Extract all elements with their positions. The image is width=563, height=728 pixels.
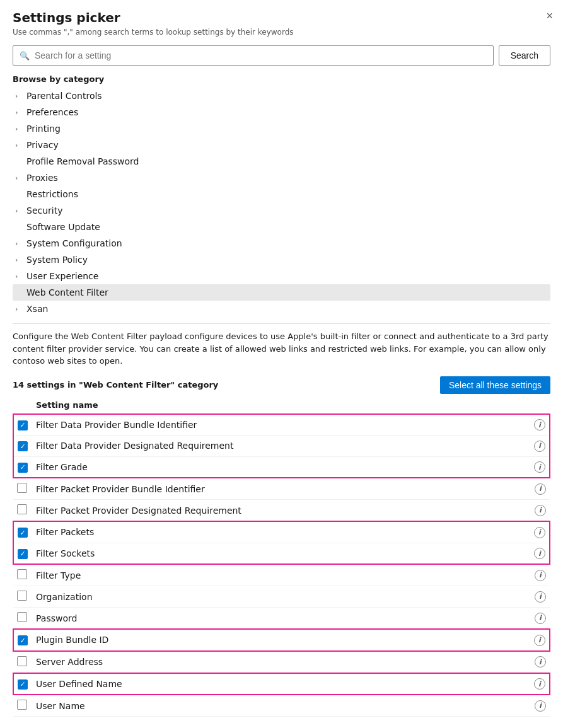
table-row[interactable]: Filter Packetsi bbox=[13, 521, 550, 543]
info-icon[interactable]: i bbox=[534, 461, 545, 473]
setting-label: Filter Grade bbox=[36, 462, 88, 472]
info-icon[interactable]: i bbox=[535, 656, 546, 667]
checkbox-filter-type[interactable] bbox=[17, 569, 27, 579]
checkbox-filter-data-provider-bundle-id[interactable] bbox=[18, 420, 28, 430]
table-row[interactable]: Filter Socketsi bbox=[13, 543, 550, 564]
setting-label: Filter Data Provider Bundle Identifier bbox=[36, 420, 197, 430]
info-icon[interactable]: i bbox=[534, 548, 545, 559]
info-icon[interactable]: i bbox=[534, 527, 545, 538]
category-label: User Experience bbox=[26, 271, 98, 281]
table-row[interactable]: Filter Data Provider Bundle Identifieri bbox=[13, 414, 550, 436]
checkbox-filter-packet-provider-designated-req[interactable] bbox=[17, 504, 27, 514]
info-icon[interactable]: i bbox=[535, 613, 546, 624]
category-item-restrictions[interactable]: Restrictions bbox=[13, 186, 550, 202]
search-button[interactable]: Search bbox=[499, 45, 550, 66]
info-icon[interactable]: i bbox=[534, 441, 545, 452]
close-button[interactable]: × bbox=[546, 10, 553, 21]
info-icon[interactable]: i bbox=[535, 505, 546, 516]
info-icon[interactable]: i bbox=[534, 678, 545, 690]
setting-label: Filter Packets bbox=[36, 527, 94, 537]
category-label: Proxies bbox=[26, 173, 58, 183]
setting-label: Filter Sockets bbox=[36, 548, 95, 558]
category-item-user-experience[interactable]: ›User Experience bbox=[13, 268, 550, 284]
settings-table: Setting name Filter Data Provider Bundle… bbox=[13, 398, 550, 717]
category-label: Printing bbox=[26, 124, 61, 134]
setting-label: Filter Data Provider Designated Requirem… bbox=[36, 441, 233, 451]
checkbox-password[interactable] bbox=[17, 612, 27, 622]
info-icon[interactable]: i bbox=[535, 591, 546, 603]
category-item-web-content-filter[interactable]: Web Content Filter bbox=[13, 284, 550, 301]
search-row: 🔍 Search bbox=[13, 45, 550, 66]
col-info bbox=[530, 398, 550, 414]
checkbox-filter-grade[interactable] bbox=[18, 463, 28, 473]
checkbox-filter-sockets[interactable] bbox=[18, 549, 28, 559]
category-item-privacy[interactable]: ›Privacy bbox=[13, 137, 550, 153]
checkbox-plugin-bundle-id[interactable] bbox=[18, 635, 28, 645]
info-icon[interactable]: i bbox=[535, 483, 546, 495]
category-item-system-configuration[interactable]: ›System Configuration bbox=[13, 235, 550, 251]
select-all-button[interactable]: Select all these settings bbox=[440, 376, 550, 394]
browse-label: Browse by category bbox=[13, 74, 550, 84]
category-item-parental-controls[interactable]: ›Parental Controls bbox=[13, 88, 550, 104]
table-row[interactable]: Filter Typei bbox=[13, 564, 550, 586]
checkbox-user-defined-name[interactable] bbox=[18, 679, 28, 690]
chevron-right-icon: › bbox=[15, 125, 26, 133]
setting-label: User Name bbox=[36, 701, 85, 711]
category-divider bbox=[13, 323, 550, 324]
category-item-security[interactable]: ›Security bbox=[13, 202, 550, 219]
info-icon[interactable]: i bbox=[535, 570, 546, 581]
category-label: Security bbox=[26, 205, 63, 216]
chevron-right-icon: › bbox=[15, 141, 26, 149]
setting-label: Filter Type bbox=[36, 570, 81, 581]
setting-label: Filter Packet Provider Bundle Identifier bbox=[36, 484, 205, 494]
category-item-xsan[interactable]: ›Xsan bbox=[13, 301, 550, 317]
category-label: Parental Controls bbox=[26, 91, 102, 101]
table-row[interactable]: Server Addressi bbox=[13, 651, 550, 673]
table-row[interactable]: User Defined Namei bbox=[13, 673, 550, 695]
setting-label: User Defined Name bbox=[36, 679, 122, 689]
col-setting-name: Setting name bbox=[32, 398, 530, 414]
checkbox-server-address[interactable] bbox=[17, 656, 27, 666]
chevron-right-icon: › bbox=[15, 305, 26, 313]
table-row[interactable]: Passwordi bbox=[13, 608, 550, 630]
checkbox-filter-packets[interactable] bbox=[18, 528, 28, 538]
setting-label: Organization bbox=[36, 592, 93, 602]
category-label: Preferences bbox=[26, 107, 78, 117]
settings-count: 14 settings in "Web Content Filter" cate… bbox=[13, 380, 218, 390]
category-item-profile-removal-password[interactable]: Profile Removal Password bbox=[13, 153, 550, 170]
category-item-system-policy[interactable]: ›System Policy bbox=[13, 251, 550, 268]
category-label: Xsan bbox=[26, 304, 48, 314]
category-label: Web Content Filter bbox=[26, 287, 108, 298]
category-label: Profile Removal Password bbox=[26, 156, 139, 166]
table-row[interactable]: Filter Packet Provider Bundle Identifier… bbox=[13, 478, 550, 500]
category-label: Restrictions bbox=[26, 189, 78, 199]
dialog-title: Settings picker bbox=[13, 10, 550, 25]
info-icon[interactable]: i bbox=[535, 700, 546, 712]
search-input[interactable] bbox=[35, 50, 487, 61]
category-label: System Configuration bbox=[26, 238, 122, 248]
dialog-subtitle: Use commas "," among search terms to loo… bbox=[13, 28, 550, 37]
category-item-printing[interactable]: ›Printing bbox=[13, 120, 550, 137]
setting-label: Password bbox=[36, 613, 77, 623]
checkbox-filter-packet-provider-bundle-id[interactable] bbox=[17, 483, 27, 493]
table-row[interactable]: Plugin Bundle IDi bbox=[13, 629, 550, 651]
chevron-right-icon: › bbox=[15, 207, 26, 215]
checkbox-filter-data-provider-designated-req[interactable] bbox=[18, 441, 28, 451]
category-item-proxies[interactable]: ›Proxies bbox=[13, 170, 550, 186]
category-item-preferences[interactable]: ›Preferences bbox=[13, 104, 550, 120]
table-row[interactable]: Filter Data Provider Designated Requirem… bbox=[13, 436, 550, 457]
table-row[interactable]: User Namei bbox=[13, 695, 550, 717]
table-row[interactable]: Filter Gradei bbox=[13, 456, 550, 478]
table-row[interactable]: Filter Packet Provider Designated Requir… bbox=[13, 500, 550, 522]
info-icon[interactable]: i bbox=[534, 419, 545, 430]
category-item-software-update[interactable]: Software Update bbox=[13, 219, 550, 235]
table-row[interactable]: Organizationi bbox=[13, 586, 550, 608]
category-label: Privacy bbox=[26, 140, 59, 150]
checkbox-user-name[interactable] bbox=[17, 700, 27, 710]
search-icon: 🔍 bbox=[20, 51, 30, 61]
checkbox-organization[interactable] bbox=[17, 591, 27, 601]
setting-label: Filter Packet Provider Designated Requir… bbox=[36, 506, 241, 516]
category-description: Configure the Web Content Filter payload… bbox=[13, 330, 550, 367]
info-icon[interactable]: i bbox=[534, 635, 545, 646]
category-list: ›Parental Controls›Preferences›Printing›… bbox=[13, 88, 550, 317]
